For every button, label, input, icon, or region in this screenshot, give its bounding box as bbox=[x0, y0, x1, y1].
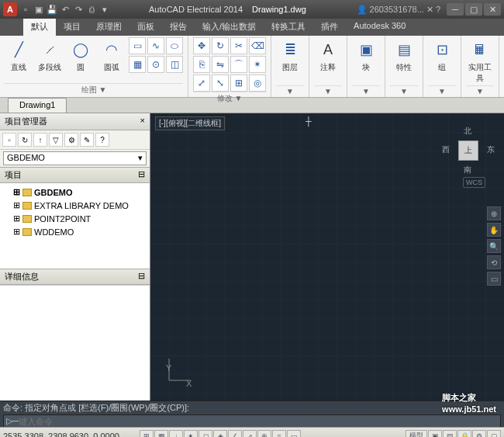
properties-button[interactable]: ▤特性 bbox=[390, 37, 418, 75]
app-logo[interactable]: A bbox=[3, 2, 17, 16]
status-bar: 2535.3308, 2308.9630, 0.0000 ⊞ ▦ ⟂ ✦ ◻ ◈… bbox=[0, 427, 504, 437]
tree-node[interactable]: ⊞ EXTRA LIBRARY DEMO bbox=[2, 199, 147, 212]
nav-zoom-icon[interactable]: 🔍 bbox=[487, 239, 501, 253]
sb-otrack-icon[interactable]: ∠ bbox=[228, 430, 242, 438]
nav-pan-icon[interactable]: ✋ bbox=[487, 223, 501, 237]
drawing-canvas[interactable]: [-][俯视][二维线框] ┼ 北 南 西 东 上 WCS ⊕ ✋ 🔍 ⟲ ▭ … bbox=[150, 113, 504, 401]
region-icon[interactable]: ◫ bbox=[166, 56, 183, 73]
circle-button[interactable]: ◯圆 bbox=[67, 37, 95, 75]
tab-report[interactable]: 报告 bbox=[162, 19, 195, 36]
rotate-icon[interactable]: ↻ bbox=[212, 37, 229, 54]
tab-convert[interactable]: 转换工具 bbox=[264, 19, 313, 36]
open-icon[interactable]: ▣ bbox=[33, 4, 44, 15]
sb-lwt-icon[interactable]: ≡ bbox=[272, 430, 286, 438]
pm-new-icon[interactable]: ▫ bbox=[2, 133, 16, 147]
ellipse-icon[interactable]: ⬭ bbox=[166, 37, 183, 54]
doc-tab[interactable]: Drawing1 bbox=[8, 98, 67, 113]
sb-dyn-icon[interactable]: ⊕ bbox=[257, 430, 271, 438]
pm-tree[interactable]: ⊞ GBDEMO ⊞ EXTRA LIBRARY DEMO ⊞ POINT2PO… bbox=[0, 183, 150, 269]
print-icon[interactable]: ⎙ bbox=[86, 4, 97, 15]
pm-project-combo[interactable]: GBDEMO ▾ bbox=[3, 151, 147, 165]
tab-schematic[interactable]: 原理图 bbox=[88, 19, 129, 36]
point-icon[interactable]: ⊙ bbox=[147, 56, 164, 73]
trim-icon[interactable]: ✂ bbox=[230, 37, 247, 54]
erase-icon[interactable]: ⌫ bbox=[249, 37, 266, 54]
sb-snap-icon[interactable]: ⊞ bbox=[140, 430, 154, 438]
close-button[interactable]: ✕ bbox=[484, 3, 501, 16]
offset-icon[interactable]: ◎ bbox=[249, 75, 266, 92]
command-line[interactable]: ▷─ bbox=[3, 414, 501, 428]
scale-icon[interactable]: ⤡ bbox=[212, 75, 229, 92]
tree-node[interactable]: ⊞ WDDEMO bbox=[2, 225, 147, 238]
tab-io[interactable]: 输入/输出数据 bbox=[195, 19, 264, 36]
qat-more-icon[interactable]: ▾ bbox=[99, 4, 110, 15]
spline-icon[interactable]: ∿ bbox=[147, 37, 164, 54]
tab-panel[interactable]: 面板 bbox=[129, 19, 162, 36]
rect-icon[interactable]: ▭ bbox=[129, 37, 146, 54]
sb-3dosnap-icon[interactable]: ◈ bbox=[213, 430, 227, 438]
pm-refresh-icon[interactable]: ↻ bbox=[18, 133, 32, 147]
tab-default[interactable]: 默认 bbox=[23, 19, 56, 36]
utilities-button[interactable]: 🖩实用工具 bbox=[466, 37, 494, 85]
explode-icon[interactable]: ✴ bbox=[249, 56, 266, 73]
polyline-button[interactable]: ⟋多段线 bbox=[36, 37, 64, 75]
command-history: 命令: 指定对角点或 [栏选(F)/圈围(WP)/圈交(CP)]: bbox=[3, 402, 501, 414]
layer-button[interactable]: ≣图层 bbox=[276, 37, 304, 75]
pm-filter-icon[interactable]: ▽ bbox=[49, 133, 63, 147]
wcs-label[interactable]: WCS bbox=[463, 177, 485, 188]
sb-max-icon[interactable]: ▢ bbox=[487, 430, 501, 438]
sb-osnap-icon[interactable]: ◻ bbox=[198, 430, 212, 438]
sb-polar-icon[interactable]: ✦ bbox=[184, 430, 198, 438]
pm-tool1-icon[interactable]: ⚙ bbox=[64, 133, 78, 147]
new-icon[interactable]: ▫ bbox=[20, 4, 31, 15]
pm-tool2-icon[interactable]: ✎ bbox=[80, 133, 94, 147]
stretch-icon[interactable]: ⤢ bbox=[193, 75, 210, 92]
arc-button[interactable]: ◠圆弧 bbox=[98, 37, 126, 75]
copy-icon[interactable]: ⎘ bbox=[193, 56, 210, 73]
pm-section-toggle[interactable]: ⊟ bbox=[138, 271, 145, 283]
ucs-icon: YX bbox=[164, 354, 195, 387]
hatch-icon[interactable]: ▦ bbox=[129, 56, 146, 73]
sb-ascale-icon[interactable]: 🔒 bbox=[457, 430, 471, 438]
exchange-icon[interactable]: ✕ bbox=[426, 5, 433, 15]
maximize-button[interactable]: ▢ bbox=[465, 3, 482, 16]
tab-addins[interactable]: 插件 bbox=[313, 19, 346, 36]
redo-icon[interactable]: ↷ bbox=[73, 4, 84, 15]
annotate-button[interactable]: A注释 bbox=[314, 37, 342, 75]
sb-layout-icon[interactable]: ▣ bbox=[428, 430, 442, 438]
fillet-icon[interactable]: ⌒ bbox=[230, 56, 247, 73]
array-icon[interactable]: ⊞ bbox=[230, 75, 247, 92]
user-area[interactable]: 👤 2603531678... ✕ ? bbox=[357, 5, 440, 15]
tree-node[interactable]: ⊞ GBDEMO bbox=[2, 186, 147, 199]
move-icon[interactable]: ✥ bbox=[193, 37, 210, 54]
view-label[interactable]: [-][俯视][二维线框] bbox=[155, 116, 225, 130]
tab-project[interactable]: 项目 bbox=[56, 19, 88, 36]
sb-ortho-icon[interactable]: ⟂ bbox=[169, 430, 183, 438]
block-button[interactable]: ▣块 bbox=[352, 37, 380, 75]
sb-grid-icon[interactable]: ▦ bbox=[154, 430, 168, 438]
pm-up-icon[interactable]: ↑ bbox=[33, 133, 47, 147]
help-icon[interactable]: ? bbox=[436, 5, 440, 14]
undo-icon[interactable]: ↶ bbox=[60, 4, 71, 15]
command-input[interactable] bbox=[19, 417, 498, 426]
nav-show-icon[interactable]: ▭ bbox=[487, 272, 501, 286]
save-icon[interactable]: 💾 bbox=[47, 4, 57, 15]
ribbon: ╱直线 ⟋多段线 ◯圆 ◠圆弧 ▭ ∿ ⬭ ▦ ⊙ ◫ 绘图 ▼ ✥ ↻ ✂ ⌫… bbox=[0, 36, 504, 98]
sb-qview-icon[interactable]: ▤ bbox=[443, 430, 457, 438]
sb-ducs-icon[interactable]: ⊿ bbox=[243, 430, 257, 438]
sb-ws-icon[interactable]: ⚙ bbox=[472, 430, 486, 438]
sb-model-button[interactable]: 模型 bbox=[406, 430, 427, 438]
nav-wheel-icon[interactable]: ⊕ bbox=[487, 206, 501, 220]
mirror-icon[interactable]: ⇋ bbox=[212, 56, 229, 73]
pm-tool3-icon[interactable]: ? bbox=[95, 133, 109, 147]
line-button[interactable]: ╱直线 bbox=[5, 37, 33, 75]
view-cube[interactable]: 北 南 西 东 上 bbox=[447, 129, 490, 172]
minimize-button[interactable]: ─ bbox=[447, 3, 464, 16]
group-button[interactable]: ⊡组 bbox=[428, 37, 456, 75]
pm-section-toggle[interactable]: ⊟ bbox=[138, 169, 145, 181]
pm-close-icon[interactable]: × bbox=[140, 116, 145, 127]
tab-a360[interactable]: Autodesk 360 bbox=[346, 19, 413, 36]
nav-orbit-icon[interactable]: ⟲ bbox=[487, 255, 501, 269]
tree-node[interactable]: ⊞ POINT2POINT bbox=[2, 212, 147, 225]
sb-tpy-icon[interactable]: ▭ bbox=[287, 430, 301, 438]
